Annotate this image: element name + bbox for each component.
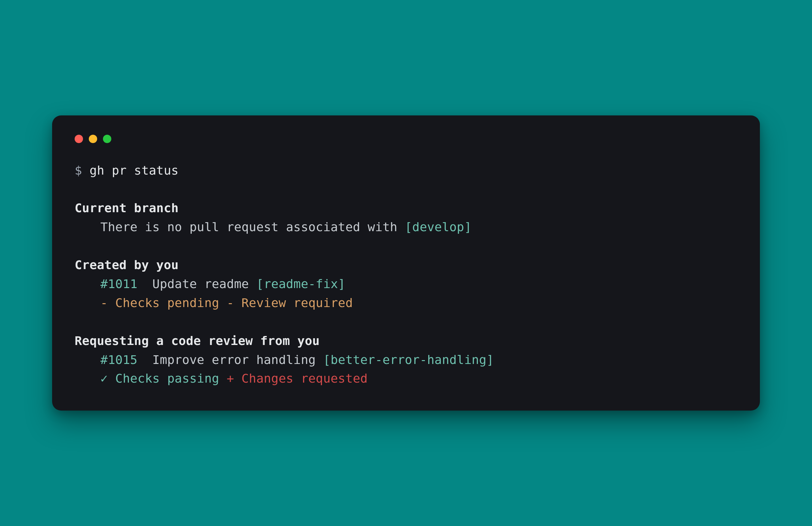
checks-passing-symbol: ✓ [100,371,108,386]
section-heading-created-by-you: Created by you [75,256,737,274]
review-pr-line: #1015 Improve error handling [better-err… [75,350,737,370]
changes-requested-text: Changes requested [242,371,368,386]
blank-line [75,313,737,331]
terminal-window: $ gh pr status Current branch There is n… [52,116,760,411]
prompt-symbol: $ [75,163,82,178]
maximize-icon[interactable] [103,135,111,143]
changes-requested-symbol: + [227,371,234,386]
branch-name-better-error-handling: [better-error-handling] [323,353,494,367]
checks-pending-review-required: - Checks pending - Review required [100,296,353,310]
blank-line [75,180,737,199]
pr-title-update-readme: Update readme [153,277,249,291]
created-pr-status: - Checks pending - Review required [75,294,737,313]
created-pr-line: #1011 Update readme [readme-fix] [75,274,737,294]
pr-number-1015: #1015 [100,353,137,367]
no-pr-message: There is no pull request associated with [100,220,405,234]
checks-passing-text: Checks passing [115,371,219,386]
close-icon[interactable] [75,135,83,143]
current-branch-message: There is no pull request associated with… [75,218,737,237]
command-line: $ gh pr status [75,161,737,180]
section-heading-current-branch: Current branch [75,199,737,218]
terminal-output: $ gh pr status Current branch There is n… [75,161,737,388]
section-heading-requesting-review: Requesting a code review from you [75,331,737,350]
branch-name-develop: [develop] [405,220,472,234]
review-pr-status: ✓ Checks passing + Changes requested [75,369,737,388]
blank-line [75,237,737,256]
pr-number-1011: #1011 [100,277,137,291]
branch-name-readme-fix: [readme-fix] [257,277,346,291]
command-text: gh pr status [89,163,178,178]
window-controls [75,135,737,143]
minimize-icon[interactable] [89,135,97,143]
pr-title-improve-error-handling: Improve error handling [153,353,316,367]
